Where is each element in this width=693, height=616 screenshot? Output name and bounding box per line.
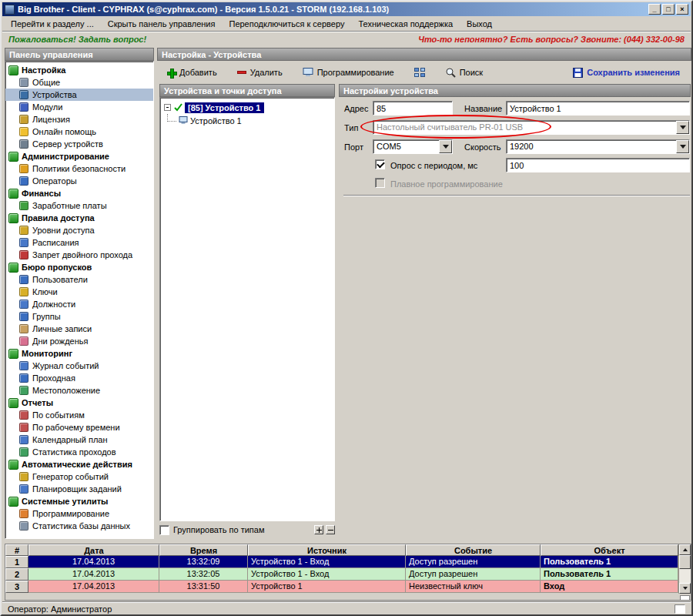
sidebar-item[interactable]: Генератор событий (5, 470, 153, 483)
programming-button[interactable]: Программирование (299, 66, 398, 79)
promo-question[interactable]: Пожаловаться! Задать вопрос! (8, 35, 146, 44)
sidebar-item[interactable]: Дни рожденья (5, 335, 153, 347)
tree-root-row[interactable]: [85] Устройство 1 (162, 101, 333, 114)
column-header[interactable]: Объект (541, 544, 678, 556)
sidebar-group[interactable]: Правила доступа (5, 212, 153, 224)
app-icon (5, 5, 15, 15)
sidebar-item[interactable]: Расписания (5, 236, 153, 249)
control-panel-header: Панель управления (5, 48, 154, 61)
smooth-programming-checkbox[interactable] (375, 178, 385, 188)
view-grid-button[interactable] (410, 66, 429, 79)
sidebar-item[interactable]: Ключи (5, 286, 153, 298)
sidebar-item[interactable]: Онлайн помощь (5, 126, 153, 138)
menu-item[interactable]: Перейти к разделу ... (4, 17, 101, 31)
menu-item[interactable]: Техническая поддержка (351, 17, 460, 31)
app-window: Big Brother - Client - CYPHRAX (s@cyphra… (0, 0, 693, 616)
expand-all-button[interactable] (314, 525, 323, 534)
sidebar-item[interactable]: Запрет двойного прохода (5, 249, 153, 261)
search-button[interactable]: Поиск (441, 65, 487, 79)
type-dropdown[interactable]: Настольный считыватель PR-01 USB (373, 120, 690, 135)
delete-button[interactable]: Удалить (233, 66, 286, 79)
sidebar-group[interactable]: Автоматические действия (5, 458, 153, 470)
group-by-type-checkbox[interactable] (159, 525, 169, 535)
port-dropdown[interactable]: COM5 (373, 139, 453, 154)
sidebar-item-label: Генератор событий (32, 472, 109, 481)
menu-item[interactable]: Переподключиться к серверу (222, 17, 351, 31)
save-changes-button[interactable]: Сохранить изменения (569, 66, 684, 79)
support-phone: Что-то непонятно? Есть вопросы? Звоните:… (418, 35, 685, 44)
sidebar-item[interactable]: Модули (5, 101, 153, 113)
sidebar-item[interactable]: Операторы (5, 175, 153, 187)
table-row[interactable]: 317.04.201313:31:50Устройство 1Неизвестн… (5, 581, 678, 593)
sidebar-item-label: Уровни доступа (32, 226, 95, 235)
sidebar-item[interactable]: Местоположение (5, 384, 153, 397)
scroll-down-icon[interactable] (679, 583, 691, 594)
report-worktime-icon (19, 423, 28, 432)
sidebar-item[interactable]: Статистика базы данных (5, 520, 153, 532)
sidebar-item[interactable]: Статистика проходов (5, 446, 153, 458)
scroll-up-icon[interactable] (679, 544, 691, 555)
sidebar-group[interactable]: Системные утилиты (5, 495, 153, 507)
sidebar-item[interactable]: Планировщик заданий (5, 483, 153, 495)
add-button[interactable]: Добавить (163, 66, 221, 79)
sidebar-item[interactable]: По событиям (5, 409, 153, 421)
close-button[interactable]: × (676, 4, 688, 15)
poll-input[interactable] (506, 158, 690, 172)
column-header[interactable]: Источник (248, 544, 406, 556)
tree-root-label[interactable]: [85] Устройство 1 (185, 102, 264, 113)
sidebar-item[interactable]: Журнал событий (5, 360, 153, 372)
sidebar-group[interactable]: Настройка (5, 64, 153, 76)
table-row[interactable]: 117.04.201313:32:09Устройство 1 - ВходДо… (5, 556, 678, 568)
sidebar-item[interactable]: Пользователи (5, 273, 153, 286)
tree-child-label[interactable]: Устройство 1 (190, 116, 242, 126)
check-icon (173, 102, 183, 112)
sidebar-item[interactable]: Программирование (5, 507, 153, 520)
speed-dropdown[interactable]: 19200 (506, 139, 690, 154)
chevron-down-icon[interactable] (439, 140, 452, 153)
column-header[interactable]: Дата (28, 544, 159, 556)
sidebar-item[interactable]: Календарный план (5, 434, 153, 446)
address-input[interactable] (373, 101, 453, 116)
name-input[interactable] (506, 101, 690, 116)
maximize-button[interactable]: □ (662, 4, 675, 15)
salaries-icon (19, 201, 28, 210)
sidebar-item[interactable]: Личные записи (5, 323, 153, 335)
collapse-all-button[interactable] (326, 525, 335, 534)
column-header[interactable]: Событие (406, 544, 541, 556)
sidebar-item[interactable]: По рабочему времени (5, 421, 153, 434)
events-scrollbar[interactable] (678, 544, 691, 594)
column-header[interactable]: Время (159, 544, 248, 556)
sidebar-group[interactable]: Отчеты (5, 397, 153, 409)
table-row[interactable]: 217.04.201313:32:05Устройство 1 - ВходДо… (5, 568, 678, 581)
chevron-down-icon[interactable] (676, 140, 689, 153)
chevron-down-icon[interactable] (676, 121, 689, 134)
sidebar-item[interactable]: Уровни доступа (5, 224, 153, 236)
sidebar-item[interactable]: Должности (5, 298, 153, 310)
sidebar-item[interactable]: Группы (5, 310, 153, 323)
poll-checkbox[interactable] (375, 159, 385, 169)
tree-collapse-icon[interactable] (164, 104, 171, 111)
sidebar-item-label: Проходная (32, 373, 75, 383)
table-cell: 13:32:09 (159, 556, 248, 568)
sidebar-group[interactable]: Финансы (5, 187, 153, 199)
sidebar-item[interactable]: Устройства (5, 89, 153, 101)
status-corner-box (675, 604, 685, 614)
tree-child-row[interactable]: Устройство 1 (162, 114, 333, 127)
sidebar-group[interactable]: Администрирование (5, 150, 153, 162)
sidebar-group[interactable]: Бюро пропусков (5, 261, 153, 273)
sidebar-item[interactable]: Политики безопасности (5, 162, 153, 175)
sidebar-item[interactable]: Сервер устройств (5, 138, 153, 150)
minimize-button[interactable]: _ (648, 4, 661, 15)
menu-item[interactable]: Скрыть панель управления (101, 17, 223, 31)
sidebar-item-label: Модули (32, 102, 62, 112)
sidebar-item-label: Местоположение (32, 386, 100, 395)
sidebar-item[interactable]: Лицензия (5, 113, 153, 126)
menu-item[interactable]: Выход (460, 17, 499, 31)
column-header[interactable]: # (5, 544, 28, 556)
scrollbar-thumb[interactable] (679, 555, 691, 569)
sidebar-item[interactable]: Проходная (5, 372, 153, 384)
sidebar-list: НастройкаОбщиеУстройстваМодулиЛицензияОн… (5, 61, 154, 539)
sidebar-item[interactable]: Общие (5, 76, 153, 89)
sidebar-item[interactable]: Заработные платы (5, 199, 153, 212)
sidebar-group[interactable]: Мониторинг (5, 347, 153, 360)
